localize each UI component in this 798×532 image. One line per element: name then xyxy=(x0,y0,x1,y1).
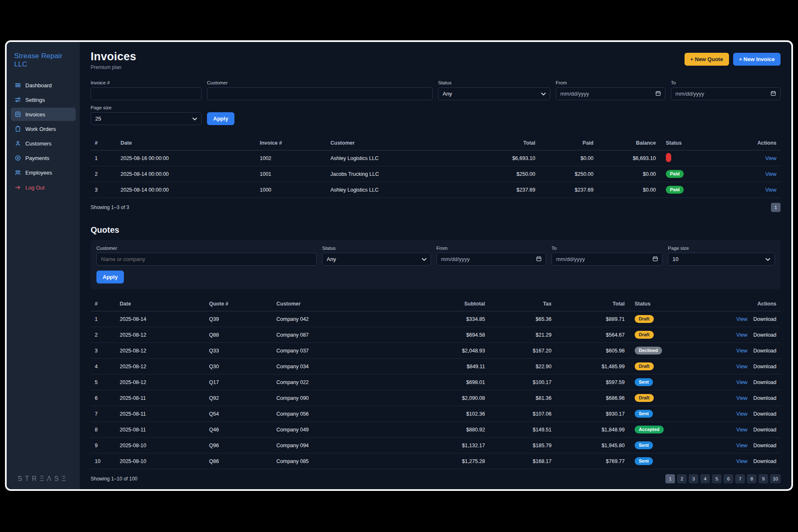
cell-tax: $107.06 xyxy=(489,411,556,417)
quotes-from-label: From xyxy=(436,246,546,251)
page-button[interactable]: 7 xyxy=(735,474,745,483)
cell-customer: Jacobs Trucking LLC xyxy=(326,171,479,177)
page-button[interactable]: 2 xyxy=(677,474,687,483)
date-placeholder: mm/dd/yyyy xyxy=(675,91,704,97)
page-button[interactable]: 6 xyxy=(724,474,733,483)
download-link[interactable]: Download xyxy=(753,458,776,464)
view-link[interactable]: View xyxy=(736,316,748,322)
plan-subtitle: Premium plan xyxy=(91,64,136,70)
new-invoice-button[interactable]: + New Invoice xyxy=(733,53,781,66)
quotes-to-date-input[interactable]: mm/dd/yyyy xyxy=(552,253,663,266)
page-button[interactable]: 10 xyxy=(770,474,781,483)
status-badge: Paid xyxy=(666,186,684,194)
col-total: Total xyxy=(556,297,629,311)
cell-customer: Company 085 xyxy=(272,458,427,464)
cell-num: 9 xyxy=(91,443,116,448)
cell-total: $597.59 xyxy=(556,379,629,385)
download-link[interactable]: Download xyxy=(753,364,776,369)
date-placeholder: mm/dd/yyyy xyxy=(556,256,585,262)
col-status: Status xyxy=(660,136,739,150)
download-link[interactable]: Download xyxy=(753,395,776,401)
view-link[interactable]: View xyxy=(765,155,776,161)
download-link[interactable]: Download xyxy=(753,411,776,417)
download-link[interactable]: Download xyxy=(753,379,776,385)
download-link[interactable]: Download xyxy=(753,316,776,322)
view-link[interactable]: View xyxy=(736,411,748,417)
download-link[interactable]: Download xyxy=(753,332,776,338)
apply-invoice-filters-button[interactable]: Apply xyxy=(207,112,234,125)
sidebar-item-label: Work Orders xyxy=(25,126,56,132)
sidebar-item-dashboard[interactable]: Dashboard xyxy=(11,79,76,92)
chevron-down-icon xyxy=(766,256,770,262)
quotes-customer-input[interactable] xyxy=(96,253,317,266)
view-link[interactable]: View xyxy=(736,443,748,448)
cell-tax: $22.90 xyxy=(489,364,556,369)
download-link[interactable]: Download xyxy=(753,443,776,448)
customer-input[interactable] xyxy=(207,87,433,100)
view-link[interactable]: View xyxy=(736,348,748,354)
col-num: # xyxy=(91,136,116,150)
quotes-table: # Date Quote # Customer Subtotal Tax Tot… xyxy=(91,297,781,483)
quote-row: 9 2025-08-10 Q96 Company 094 $1,132.17 $… xyxy=(91,438,781,453)
quotes-status-select[interactable]: Any xyxy=(322,253,431,266)
cell-num: 4 xyxy=(91,364,116,369)
cell-customer: Ashley Logistics LLC xyxy=(326,187,479,193)
page-button[interactable]: 1 xyxy=(665,474,675,483)
col-actions: Actions xyxy=(739,136,781,150)
cell-num: 7 xyxy=(91,411,116,417)
page-button[interactable]: 5 xyxy=(712,474,722,483)
page-button[interactable]: 1 xyxy=(771,203,781,212)
page-size-select[interactable]: 25 xyxy=(91,112,202,125)
cell-total: $686.96 xyxy=(556,395,629,401)
download-link[interactable]: Download xyxy=(753,427,776,433)
invoice-number-input[interactable] xyxy=(91,87,202,100)
quote-row: 8 2025-08-11 Q46 Company 049 $880.92 $14… xyxy=(91,422,781,438)
sidebar-item-work-orders[interactable]: Work Orders xyxy=(11,122,76,135)
customer-label: Customer xyxy=(207,80,433,85)
view-link[interactable]: View xyxy=(736,332,748,338)
view-link[interactable]: View xyxy=(736,395,748,401)
quotes-showing-text: Showing 1–10 of 100 xyxy=(91,476,138,482)
sidebar-item-settings[interactable]: Settings xyxy=(11,93,76,106)
sidebar: Strease Repair LLC Dashboard Settings In… xyxy=(7,42,80,489)
quotes-page-size-select[interactable]: 10 xyxy=(668,253,775,266)
cell-tax: $100.17 xyxy=(489,379,556,385)
sidebar-item-employees[interactable]: Employees xyxy=(11,166,76,179)
cell-num: 8 xyxy=(91,427,116,433)
cell-num: 3 xyxy=(91,348,116,354)
view-link[interactable]: View xyxy=(736,379,748,385)
to-date-input[interactable]: mm/dd/yyyy xyxy=(671,87,781,100)
cell-num: 2 xyxy=(91,332,116,338)
invoice-table: # Date Invoice # Customer Total Paid Bal… xyxy=(91,136,781,212)
cell-subtotal: $849.11 xyxy=(427,364,489,369)
cell-date: 2025-08-14 00:00:00 xyxy=(116,187,256,193)
from-date-input[interactable]: mm/dd/yyyy xyxy=(556,87,665,100)
status-select[interactable]: Any xyxy=(438,87,550,100)
page-button[interactable]: 4 xyxy=(700,474,710,483)
cell-tax: $81.36 xyxy=(489,395,556,401)
from-label: From xyxy=(556,80,665,85)
view-link[interactable]: View xyxy=(736,458,748,464)
sidebar-item-invoices[interactable]: Invoices xyxy=(11,108,76,121)
page-button[interactable]: 8 xyxy=(747,474,756,483)
view-link[interactable]: View xyxy=(765,187,776,193)
invoice-pagination: 1 xyxy=(771,203,781,212)
cell-total: $889.71 xyxy=(556,316,629,322)
page-button[interactable]: 9 xyxy=(759,474,768,483)
calendar-icon xyxy=(536,256,542,263)
quotes-from-date-input[interactable]: mm/dd/yyyy xyxy=(436,253,546,266)
cell-subtotal: $334.85 xyxy=(427,316,489,322)
app-window: Strease Repair LLC Dashboard Settings In… xyxy=(5,40,793,491)
cell-total: $605.98 xyxy=(556,348,629,354)
cell-num: 1 xyxy=(91,155,116,161)
view-link[interactable]: View xyxy=(765,171,776,177)
download-link[interactable]: Download xyxy=(753,348,776,354)
view-link[interactable]: View xyxy=(736,427,748,433)
apply-quotes-filters-button[interactable]: Apply xyxy=(96,271,124,283)
sidebar-item-customers[interactable]: Customers xyxy=(11,137,76,150)
view-link[interactable]: View xyxy=(736,364,748,369)
sidebar-item-logout[interactable]: Log Out xyxy=(11,181,76,194)
new-quote-button[interactable]: + New Quote xyxy=(685,53,729,66)
sidebar-item-payments[interactable]: Payments xyxy=(11,151,76,165)
page-button[interactable]: 3 xyxy=(689,474,698,483)
